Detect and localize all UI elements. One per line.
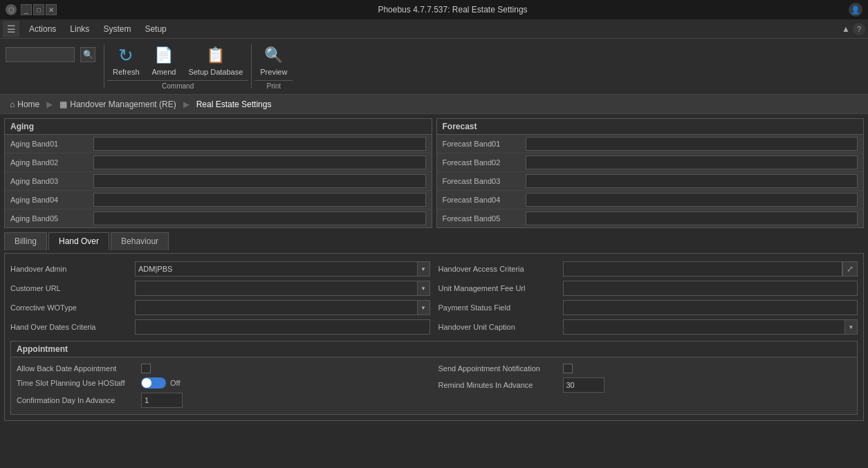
handover-dates-input[interactable]	[135, 319, 430, 335]
refresh-icon: ↻	[115, 44, 137, 66]
unit-mgmt-fee-input[interactable]	[563, 281, 858, 296]
corrective-wotype-dropdown[interactable]: ▼	[418, 300, 430, 315]
aging-band01-input[interactable]	[93, 137, 426, 151]
corrective-wotype-field: ▼	[135, 300, 430, 315]
unit-mgmt-fee-row: Unit Management Fee Url	[438, 279, 858, 298]
allow-backdate-row: Allow Back Date Appointment	[17, 362, 430, 375]
send-notification-checkbox[interactable]	[563, 364, 573, 373]
forecast-row-1: Forecast Band01	[437, 135, 864, 153]
breadcrumb-sep-2: ▶	[183, 100, 190, 109]
aging-band05-input[interactable]	[93, 212, 426, 225]
breadcrumb-handover[interactable]: ▦ Handover Management (RE)	[55, 98, 180, 111]
forecast-band01-input[interactable]	[526, 137, 858, 151]
handover-access-expand-button[interactable]: ⤢	[842, 261, 858, 277]
aging-row-2: Aging Band02	[5, 153, 432, 172]
customer-url-label: Customer URL	[10, 284, 135, 292]
tab-behaviour[interactable]: Behaviour	[111, 232, 169, 250]
minimize-button[interactable]: _	[21, 4, 32, 15]
remind-minutes-input[interactable]	[563, 377, 604, 393]
aging-band03-label: Aging Band03	[10, 177, 93, 185]
home-icon: ⌂	[10, 100, 15, 109]
bands-container: Aging Aging Band01 Aging Band02 Aging Ba…	[4, 118, 864, 228]
payment-status-input[interactable]	[563, 300, 858, 315]
refresh-label: Refresh	[113, 68, 140, 76]
breadcrumb-real-estate[interactable]: Real Estate Settings	[192, 98, 276, 111]
time-slot-toggle[interactable]	[141, 377, 166, 389]
preview-icon: 🔍	[263, 44, 285, 66]
forecast-band05-label: Forecast Band05	[443, 214, 526, 223]
main-content: Aging Aging Band01 Aging Band02 Aging Ba…	[0, 114, 868, 425]
app-menu-icon[interactable]: ☰	[3, 21, 19, 37]
forecast-band02-input[interactable]	[526, 156, 858, 169]
confirmation-day-input[interactable]	[141, 393, 183, 408]
time-slot-toggle-container: Off	[141, 377, 180, 389]
forecast-band04-input[interactable]	[526, 193, 858, 207]
amend-label: Amend	[152, 68, 176, 76]
help-icon[interactable]: ?	[853, 23, 865, 35]
allow-backdate-label: Allow Back Date Appointment	[17, 364, 141, 373]
nav-up-icon[interactable]: ▲	[842, 24, 850, 34]
aging-band02-label: Aging Band02	[10, 158, 93, 167]
search-button[interactable]: 🔍	[80, 47, 95, 62]
forecast-header: Forecast	[437, 119, 864, 135]
forecast-band03-label: Forecast Band03	[443, 177, 526, 185]
handover-admin-dropdown[interactable]: ▼	[418, 261, 430, 277]
handover-admin-field: ▼	[135, 261, 430, 277]
command-group-label: Command	[107, 80, 248, 91]
customer-url-dropdown[interactable]: ▼	[418, 281, 430, 296]
title-bar-controls[interactable]: _ □ ✕	[21, 4, 57, 15]
forecast-band03-input[interactable]	[526, 174, 858, 188]
user-icon[interactable]: 👤	[849, 3, 862, 17]
refresh-button[interactable]: ↻ Refresh	[107, 41, 145, 79]
allow-backdate-checkbox[interactable]	[141, 364, 151, 373]
title-bar-left: ⬡ _ □ ✕	[6, 4, 57, 15]
amend-button[interactable]: 📄 Amend	[147, 41, 182, 79]
aging-band03-input[interactable]	[93, 174, 426, 188]
menu-bar: ☰ Actions Links System Setup ▲ ?	[0, 19, 868, 39]
menu-setup[interactable]: Setup	[138, 21, 173, 37]
setup-database-button[interactable]: 📋 Setup Database	[183, 41, 248, 79]
forecast-band04-label: Forecast Band04	[443, 196, 526, 204]
handover-unit-caption-label: Handover Unit Caption	[438, 323, 563, 331]
setup-database-label: Setup Database	[188, 68, 243, 76]
appointment-content: Allow Back Date Appointment Time Slot Pl…	[11, 357, 857, 414]
send-notification-row: Send Appointment Notification	[438, 362, 852, 375]
appointment-header: Appointment	[11, 341, 857, 357]
forecast-band05-input[interactable]	[526, 212, 858, 225]
handover-unit-caption-dropdown[interactable]: ▼	[845, 319, 858, 335]
aging-band05-label: Aging Band05	[10, 214, 93, 223]
command-buttons: ↻ Refresh 📄 Amend 📋 Setup Database	[107, 41, 248, 79]
restore-button[interactable]: □	[33, 4, 44, 15]
search-input[interactable]	[6, 47, 75, 62]
aging-row-3: Aging Band03	[5, 172, 432, 191]
menu-links[interactable]: Links	[63, 21, 96, 37]
corrective-wotype-input[interactable]	[135, 300, 418, 315]
breadcrumb: ⌂ Home ▶ ▦ Handover Management (RE) ▶ Re…	[0, 95, 868, 114]
customer-url-input[interactable]	[135, 281, 418, 296]
breadcrumb-home[interactable]: ⌂ Home	[6, 98, 44, 111]
tab-handover[interactable]: Hand Over	[48, 232, 109, 250]
handover-icon: ▦	[59, 100, 67, 109]
tab-handover-content: Handover Admin ▼ Customer URL ▼	[4, 253, 864, 421]
aging-band04-input[interactable]	[93, 193, 426, 207]
tab-billing[interactable]: Billing	[4, 232, 47, 250]
title-bar-right: 👤	[849, 3, 862, 17]
handover-unit-caption-input[interactable]	[563, 319, 846, 335]
forecast-row-5: Forecast Band05	[437, 209, 864, 227]
setup-database-icon: 📋	[205, 44, 227, 66]
aging-band01-label: Aging Band01	[10, 140, 93, 148]
confirmation-day-label: Confirmation Day In Advance	[17, 396, 141, 404]
aging-band02-input[interactable]	[93, 156, 426, 169]
preview-button[interactable]: 🔍 Preview	[255, 41, 293, 79]
handover-left-col: Handover Admin ▼ Customer URL ▼	[10, 259, 430, 337]
close-button[interactable]: ✕	[46, 4, 57, 15]
menu-actions[interactable]: Actions	[22, 21, 63, 37]
forecast-row-4: Forecast Band04	[437, 191, 864, 209]
handover-access-input[interactable]	[563, 261, 843, 277]
menu-system[interactable]: System	[96, 21, 138, 37]
menu-nav-arrows: ▲ ?	[842, 23, 865, 35]
customer-url-row: Customer URL ▼	[10, 279, 430, 298]
toolbar-print-group: 🔍 Preview Print	[255, 41, 293, 91]
handover-admin-input[interactable]	[135, 261, 418, 277]
handover-unit-caption-field: ▼	[563, 319, 858, 335]
